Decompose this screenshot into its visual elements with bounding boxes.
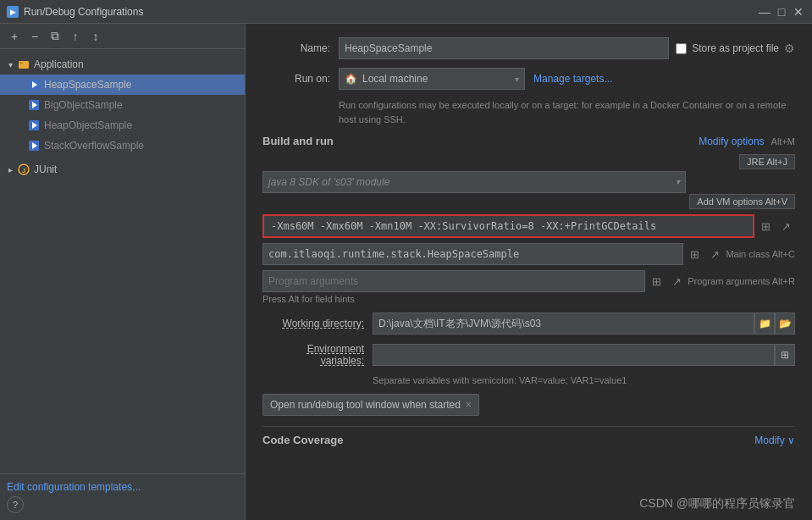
sidebar: + − ⧉ ↑ ↕ ▾ Application [0,24,246,520]
application-header[interactable]: ▾ Application [0,54,245,75]
sidebar-item-stackoverflowsample[interactable]: ▸ StackOverflowSample [0,136,245,156]
sidebar-item-label-2: BigObjectSample [44,99,241,111]
sidebar-item-label-3: HeapObjectSample [44,119,241,131]
working-dir-browse-btn-1[interactable]: 📁 [754,313,775,335]
prog-args-input[interactable] [262,270,645,292]
junit-header[interactable]: ▸ J JUnit [0,159,245,180]
expand-button[interactable]: □ [775,5,788,19]
name-label: Name: [262,42,339,54]
run-on-select[interactable]: 🏠 Local machine ▾ [339,68,525,90]
sidebar-item-bigobjectsample[interactable]: ▸ BigObjectSample [0,95,245,115]
add-config-button[interactable]: + [5,27,24,46]
prog-args-hint-btn[interactable]: ↗ [667,270,686,292]
env-vars-input[interactable] [373,344,775,366]
junit-label: JUnit [34,163,241,175]
sdk-value: java 8 SDK of 's03' module [268,176,389,188]
vm-external-btn[interactable]: ↗ [776,215,795,237]
vm-options-input[interactable] [262,214,754,238]
run-config-icon-1 [27,78,41,91]
env-vars-label: Environment variables: [262,343,373,367]
chip-row: Open run/debug tool window when started … [262,394,795,416]
gear-button[interactable]: ⚙ [784,41,795,55]
help-button[interactable]: ? [7,496,24,513]
modify-options-area: Modify options Alt+M [699,136,795,147]
chip-close-btn[interactable]: × [466,399,472,411]
run-config-icon-3 [27,119,41,132]
application-section: ▾ Application ▸ [0,53,245,158]
main-container: + − ⧉ ↑ ↕ ▾ Application [0,24,812,520]
title-bar-controls: — □ ✕ [758,5,805,19]
store-as-project-row: Store as project file ⚙ [676,41,795,55]
run-config-icon-4 [27,139,41,152]
main-class-input[interactable] [262,243,683,265]
tool-window-chip: Open run/debug tool window when started … [262,394,479,416]
main-class-expand-btn[interactable]: ⊞ [685,243,704,265]
sidebar-item-heapspacesample[interactable]: ▸ HeapSpaceSample [0,75,245,95]
panel-right-hints: JRE Alt+J Add VM options Alt+V [689,154,795,209]
hint-text: Press Alt for field hints [262,294,795,304]
working-dir-label: Working directory: [262,318,373,329]
junit-section: ▸ J JUnit [0,158,245,181]
run-on-label: Run on: [262,73,339,85]
main-class-alt-hint: Main class Alt+C [726,249,795,259]
run-config-icon-2 [27,98,41,112]
env-vars-expand-btn[interactable]: ⊞ [775,344,795,366]
svg-text:J: J [22,167,25,174]
main-class-row: ⊞ ↗ Main class Alt+C [262,243,795,265]
sidebar-item-heapobjectsample[interactable]: ▸ HeapObjectSample [0,115,245,136]
application-folder-icon [17,58,30,71]
main-class-hint-btn[interactable]: ↗ [705,243,724,265]
title-bar-left: ▶ Run/Debug Configurations [7,6,143,18]
vm-options-row: ⊞ ↗ [262,214,795,238]
chip-label: Open run/debug tool window when started [270,399,461,411]
select-arrow-icon: ▾ [515,75,519,84]
code-coverage-modify-link[interactable]: Modify ∨ [754,434,795,446]
working-dir-browse-btn-2[interactable]: 📂 [775,313,795,335]
run-on-row: Run on: 🏠 Local machine ▾ Manage targets… [262,68,795,90]
sidebar-bottom-row: Edit configuration templates... [7,481,238,493]
sdk-dropdown-arrow: ▾ [676,177,680,186]
sidebar-bottom: Edit configuration templates... ? [0,473,245,520]
build-run-title: Build and run [262,135,334,147]
move-up-button[interactable]: ↑ [66,27,85,46]
right-panel: Name: Store as project file ⚙ Run on: 🏠 … [246,24,812,520]
sidebar-tree: ▾ Application ▸ [0,49,245,473]
prog-args-expand-btn[interactable]: ⊞ [647,270,666,292]
close-button[interactable]: ✕ [792,5,805,19]
vm-expand-btn[interactable]: ⊞ [756,215,775,237]
prog-args-alt-hint: Program arguments Alt+R [688,276,795,286]
env-hint: Separate variables with semicolon: VAR=v… [373,375,795,385]
working-dir-input[interactable] [373,313,754,335]
code-coverage-section: Code Coverage Modify ∨ [262,426,795,453]
build-run-section-header: Build and run Modify options Alt+M [262,135,795,147]
sort-button[interactable]: ↕ [86,27,105,46]
edit-templates-link[interactable]: Edit configuration templates... [7,481,141,493]
modify-alt-text: Alt+M [771,136,795,147]
name-input[interactable] [339,37,669,59]
sdk-dropdown[interactable]: java 8 SDK of 's03' module ▾ [262,171,686,193]
name-row: Name: Store as project file ⚙ [262,37,795,59]
sidebar-item-label-1: HeapSpaceSample [44,79,241,91]
local-machine-text: Local machine [362,73,510,85]
app-icon: ▶ [7,6,19,18]
manage-targets-link[interactable]: Manage targets... [533,73,612,85]
svg-rect-1 [19,62,23,64]
remove-config-button[interactable]: − [25,27,44,46]
local-machine-icon: 🏠 [345,73,357,85]
junit-arrow: ▸ [3,163,17,176]
store-as-project-checkbox[interactable] [676,43,687,54]
application-arrow: ▾ [3,58,17,71]
store-as-project-label: Store as project file [692,42,779,54]
modify-options-link[interactable]: Modify options [699,136,764,147]
env-vars-row: Environment variables: ⊞ [262,343,795,367]
prog-args-row: ⊞ ↗ Program arguments Alt+R [262,270,795,292]
sidebar-item-label-4: StackOverflowSample [44,140,241,152]
minimize-button[interactable]: — [758,5,771,19]
title-bar-title: Run/Debug Configurations [24,6,143,18]
copy-config-button[interactable]: ⧉ [46,27,64,46]
addvm-hint: Add VM options Alt+V [689,194,795,209]
run-description: Run configurations may be executed local… [339,98,795,126]
code-coverage-title: Code Coverage [262,434,343,446]
sdk-row: java 8 SDK of 's03' module ▾ JRE Alt+J A… [262,154,795,209]
working-dir-row: Working directory: 📁 📂 [262,313,795,335]
